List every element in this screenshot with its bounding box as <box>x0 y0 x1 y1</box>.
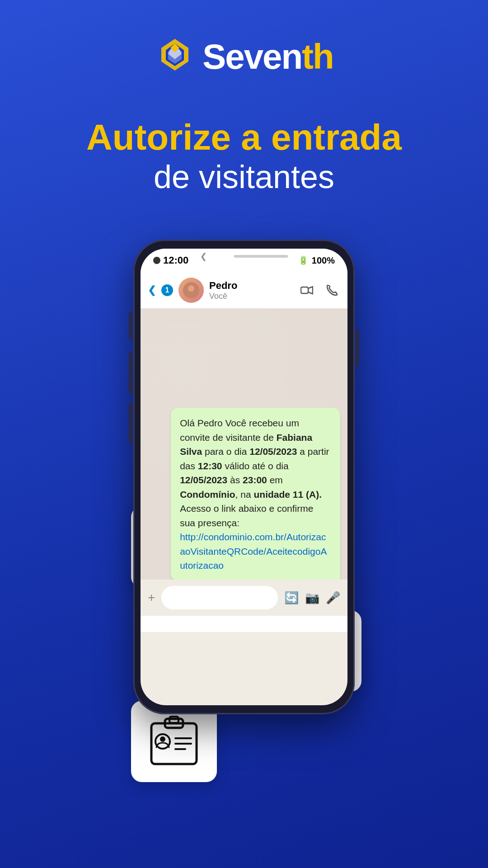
power-button <box>356 330 359 366</box>
whatsapp-bottom-bar: + 🔄 📷 🎤 <box>141 580 347 616</box>
message-text: Olá Pedro Você recebeu um convite de vis… <box>180 418 329 571</box>
mute-button <box>129 312 132 339</box>
attachment-button[interactable]: + <box>148 590 155 605</box>
mic-button[interactable]: 🎤 <box>326 591 340 605</box>
logo-seven: Seven <box>202 36 302 77</box>
chat-area: Olá Pedro Você recebeu um convite de vis… <box>141 308 347 580</box>
svg-point-38 <box>188 285 194 292</box>
status-time: 12:00 <box>163 255 188 266</box>
camera-button[interactable]: 📷 <box>305 591 319 605</box>
contact-name: Pedro <box>209 280 293 292</box>
status-right: 🔋 100% <box>298 255 335 266</box>
contact-info: Pedro Você <box>209 280 293 301</box>
battery-percent: 100% <box>312 255 335 266</box>
contact-status: Você <box>209 292 293 301</box>
contact-avatar <box>178 278 204 303</box>
video-call-button[interactable] <box>299 282 315 298</box>
signal-indicator <box>153 257 160 264</box>
headline: Autorize a entrada de visitantes <box>0 118 488 196</box>
battery-icon: 🔋 <box>298 255 308 265</box>
home-bar: ❮ <box>141 616 347 632</box>
id-card-icon <box>145 712 203 771</box>
svg-rect-39 <box>301 287 308 293</box>
phone-outer: 12:00 🔋 100% ❮ 1 <box>133 240 355 714</box>
phone-screen: 12:00 🔋 100% ❮ 1 <box>141 249 347 705</box>
message-bubble: Olá Pedro Você recebeu um convite de vis… <box>171 408 340 580</box>
volume-up-button <box>129 353 132 393</box>
header-actions <box>299 282 340 298</box>
back-button[interactable]: ❮ <box>148 284 156 296</box>
logo-text: Seventh <box>202 36 333 77</box>
home-indicator[interactable] <box>234 255 288 258</box>
header: Seventh <box>0 36 488 77</box>
svg-point-33 <box>160 736 165 742</box>
phone-mockup: 12:00 🔋 100% ❮ 1 <box>117 240 371 773</box>
message-link[interactable]: http://condominio.com.br/AutorizacaoVisi… <box>180 532 327 571</box>
status-left: 12:00 <box>153 255 188 266</box>
volume-down-button <box>129 402 132 443</box>
headline-main: Autorize a entrada <box>0 118 488 157</box>
logo-th: th <box>302 36 333 77</box>
back-gesture: ❮ <box>200 251 207 261</box>
headline-sub: de visitantes <box>0 157 488 196</box>
message-input[interactable] <box>161 586 278 609</box>
notification-badge: 1 <box>161 284 173 296</box>
sticker-button[interactable]: 🔄 <box>284 591 299 605</box>
logo-icon <box>155 37 195 77</box>
whatsapp-header[interactable]: ❮ 1 Pedro Você <box>141 272 347 308</box>
phone-call-button[interactable] <box>324 282 340 298</box>
